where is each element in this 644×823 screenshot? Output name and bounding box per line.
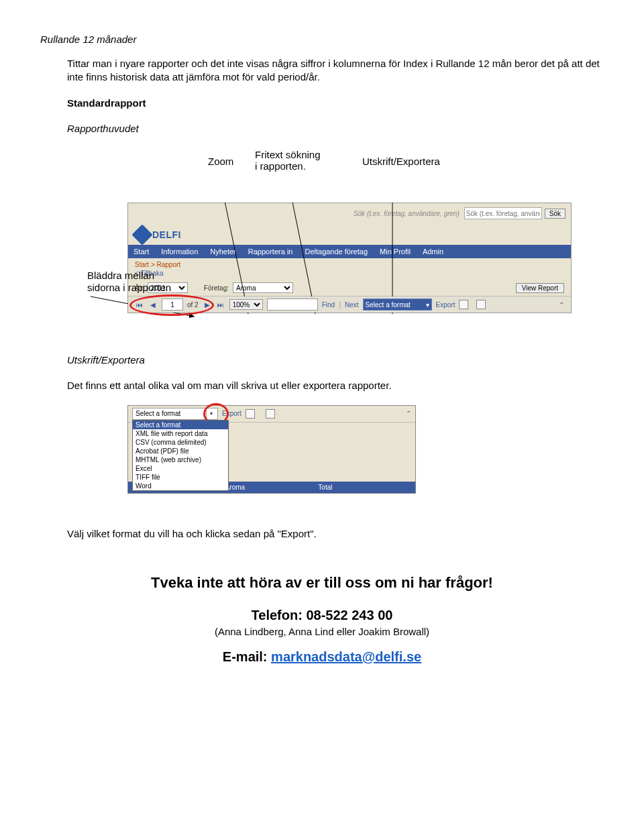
chevron-down-icon[interactable]: ▾: [206, 409, 216, 419]
paragraph-rullande: Tittar man i nyare rapporter och det int…: [67, 57, 604, 85]
format-opt-excel[interactable]: Excel: [133, 464, 228, 473]
refresh-icon-2[interactable]: [246, 409, 255, 419]
find-input[interactable]: [267, 298, 318, 311]
prev-page-icon[interactable]: ◀: [148, 300, 158, 309]
svg-marker-4: [189, 313, 195, 318]
search-hint: Sök (t.ex. företag, användare, gren): [354, 210, 460, 217]
annotation-labels: Zoom Fritext sökning i rapporten. Utskri…: [67, 149, 604, 196]
export-link-2[interactable]: Export: [222, 410, 241, 417]
ann-fritext-2: i rapporten.: [255, 160, 321, 172]
col-mid: Aroma: [225, 484, 319, 491]
navbar: Start Information Nyheter Rapportera in …: [128, 245, 571, 258]
refresh-icon[interactable]: [459, 300, 468, 309]
format-opt-pdf[interactable]: Acrobat (PDF) file: [133, 447, 228, 455]
delfi-text: DELFI: [152, 229, 181, 240]
nav-start[interactable]: Start: [133, 248, 149, 256]
collapse-icon-2[interactable]: ⌃: [406, 410, 411, 417]
nav-rapportera[interactable]: Rapportera in: [248, 248, 293, 256]
find-link[interactable]: Find: [322, 301, 335, 309]
screenshot-report-toolbar: Bläddra mellan sidorna i rapporten Sök (…: [127, 203, 604, 313]
nav-information[interactable]: Information: [161, 248, 198, 256]
closing-phone: Telefon: 08-522 243 00: [40, 608, 604, 623]
format-opt-csv[interactable]: CSV (comma delimited): [133, 438, 228, 447]
heading-rullande: Rullande 12 månader: [40, 34, 604, 45]
breadcrumb: Start > Rapport: [128, 258, 571, 268]
zoom-select[interactable]: 100%: [229, 299, 263, 310]
closing-email-label: E-mail:: [223, 649, 271, 664]
format-opt-select[interactable]: Select a format: [133, 421, 228, 429]
nav-admin[interactable]: Admin: [423, 248, 443, 256]
nav-deltagande[interactable]: Deltagande företag: [305, 248, 368, 256]
screenshot-export-dropdown: Select a format ▾ Export ⌃ Select a form…: [127, 405, 416, 494]
collapse-icon[interactable]: ⌃: [559, 301, 564, 309]
closing-email-link[interactable]: marknadsdata@delfi.se: [271, 649, 421, 664]
ann-bladdra-2: sidorna i rapporten: [87, 282, 188, 294]
delfi-logo: DELFI: [135, 227, 181, 242]
page-of: of 2: [187, 301, 199, 309]
paragraph-valj-format: Välj vilket format du vill ha och klicka…: [67, 527, 604, 541]
ann-bladdra-1: Bläddra mellan: [87, 270, 188, 282]
ann-fritext-1: Fritext sökning: [255, 149, 321, 160]
heading-standardrapport: Standardrapport: [67, 97, 604, 110]
back-link[interactable]: < Tillbaka: [128, 268, 571, 280]
heading-rapporthuvudet: Rapporthuvudet: [67, 122, 604, 135]
next-link[interactable]: Next: [345, 301, 359, 309]
diamond-icon: [131, 224, 152, 245]
format-dropdown-list: Select a format XML file with report dat…: [132, 420, 229, 491]
closing-headline: Tveka inte att höra av er till oss om ni…: [40, 574, 604, 592]
ann-utskrift: Utskrift/Exportera: [362, 156, 440, 167]
format-select[interactable]: Select a format▾: [363, 298, 432, 311]
nav-nyheter[interactable]: Nyheter: [210, 248, 236, 256]
format-opt-mhtml[interactable]: MHTML (web archive): [133, 455, 228, 464]
company-label: Företag:: [204, 284, 229, 292]
closing-names: (Anna Lindberg, Anna Lind eller Joakim B…: [40, 626, 604, 637]
format-opt-tiff[interactable]: TIFF file: [133, 473, 228, 482]
company-select[interactable]: Aroma: [233, 282, 293, 293]
format-opt-xml[interactable]: XML file with report data: [133, 429, 228, 438]
view-report-button[interactable]: View Report: [516, 283, 564, 293]
ann-zoom: Zoom: [208, 156, 233, 167]
nav-profil[interactable]: Min Profil: [380, 248, 411, 256]
search-button[interactable]: Sök: [545, 209, 566, 219]
paragraph-export-options: Det finns ett antal olika val om man vil…: [67, 379, 604, 392]
print-icon-2[interactable]: [266, 409, 275, 419]
heading-utskrift: Utskrift/Exportera: [67, 353, 604, 367]
last-page-icon[interactable]: ⏭: [216, 300, 225, 309]
search-input[interactable]: [464, 207, 542, 219]
next-page-icon[interactable]: ▶: [203, 300, 212, 309]
export-link[interactable]: Export: [436, 301, 455, 309]
format-opt-word[interactable]: Word: [133, 482, 228, 490]
col-right: Total: [318, 484, 411, 491]
format-select-box[interactable]: Select a format ▾: [132, 408, 218, 420]
first-page-icon[interactable]: ⏮: [135, 300, 144, 309]
print-icon[interactable]: [476, 300, 486, 309]
page-input[interactable]: [162, 298, 183, 311]
